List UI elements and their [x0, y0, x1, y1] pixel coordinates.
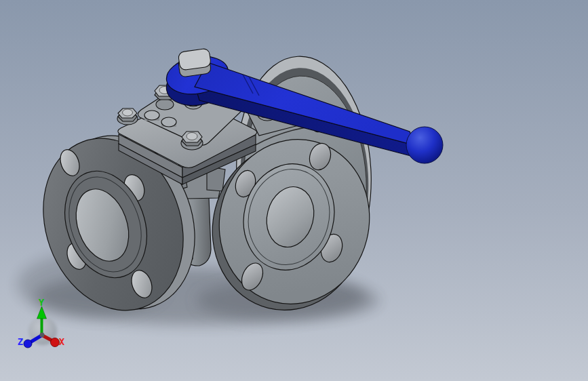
pad-boss-small-2	[161, 117, 176, 127]
cad-viewport[interactable]: Z X Y	[0, 0, 588, 381]
pad-boss-small-1	[144, 111, 159, 121]
triad-label-z: Z	[18, 336, 23, 347]
triad-origin	[40, 333, 45, 338]
stem-nut-top	[178, 48, 211, 71]
triad-label-x: X	[59, 336, 65, 347]
model-canvas[interactable]: Z X Y	[0, 0, 588, 381]
stem-nut[interactable]	[178, 48, 211, 77]
triad-label-y: Y	[39, 297, 45, 308]
hex-bolt-a	[117, 108, 138, 125]
hex-bolt-f	[181, 132, 203, 150]
ball-knob[interactable]	[406, 127, 443, 163]
